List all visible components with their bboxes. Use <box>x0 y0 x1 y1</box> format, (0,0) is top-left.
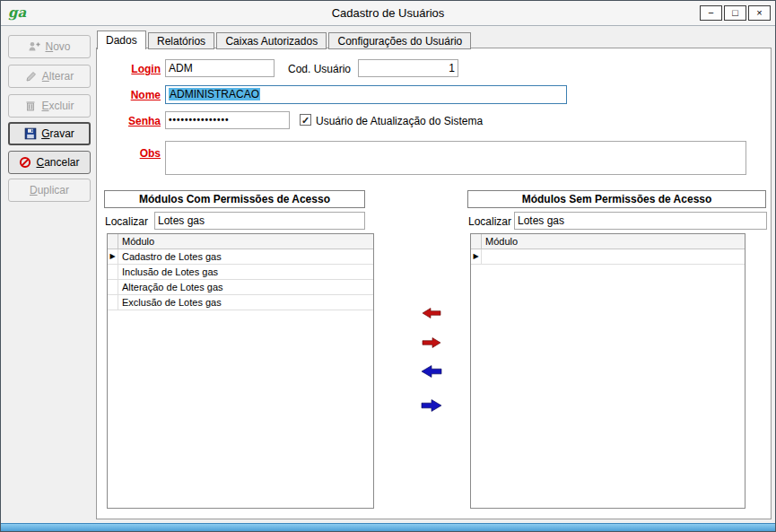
duplicar-button-label: Duplicar <box>30 184 69 196</box>
alterar-button-label: Alterar <box>42 70 74 83</box>
grid-row[interactable]: Inclusão de Lotes gas <box>108 265 373 280</box>
title-bar[interactable]: ga Cadastro de Usuários − □ × <box>1 1 775 26</box>
localizar-right-label: Localizar <box>468 215 511 228</box>
senha-label: Senha <box>97 115 161 127</box>
senha-input[interactable]: ••••••••••••••• <box>165 111 290 129</box>
obs-input[interactable] <box>165 141 746 175</box>
obs-label: Obs <box>97 147 161 160</box>
modules-without-access-grid[interactable]: Módulo ▶ <box>470 233 745 509</box>
localizar-left-input[interactable]: Lotes gas <box>154 212 365 230</box>
modules-with-access-grid[interactable]: Módulo ▶ Cadastro de Lotes gas Inclusão … <box>107 233 374 509</box>
modules-without-access-title: Módulos Sem Permissões de Acesso <box>467 190 766 208</box>
minimize-button[interactable]: − <box>700 5 722 21</box>
grid-indicator-header <box>108 234 118 249</box>
grid-column-modulo: Módulo <box>482 234 745 249</box>
excluir-button[interactable]: Excluir <box>8 94 91 118</box>
row-indicator-empty <box>108 265 118 279</box>
grid-header-right: Módulo <box>471 234 745 249</box>
localizar-right-input[interactable]: Lotes gas <box>514 212 767 230</box>
cancel-icon <box>19 156 31 169</box>
save-icon <box>24 127 37 140</box>
red-right-arrow-icon <box>422 336 441 349</box>
move-selected-left-button[interactable] <box>422 307 441 322</box>
grid-row-selected[interactable]: ▶ <box>471 249 745 265</box>
grid-cell[interactable]: Inclusão de Lotes gas <box>118 265 373 279</box>
checkmark-icon: ✓ <box>301 115 310 126</box>
nome-input-selected-text: ADMINISTRACAO <box>169 88 260 100</box>
grid-cell[interactable]: Cadastro de Lotes gas <box>118 249 373 264</box>
move-all-right-button[interactable] <box>420 398 443 415</box>
novo-button-label: Novo <box>45 40 70 53</box>
nome-label: Nome <box>97 89 161 101</box>
sidebar: Novo Alterar Excluir Gravar Cancelar <box>4 29 96 520</box>
window-title: Cadastro de Usuários <box>1 6 775 20</box>
tab-caixas-autorizados[interactable]: Caixas Autorizados <box>216 32 327 49</box>
row-indicator-empty <box>108 295 118 310</box>
update-user-checkbox[interactable]: ✓ <box>300 114 311 126</box>
window-controls: − □ × <box>700 5 771 21</box>
cancelar-button[interactable]: Cancelar <box>8 151 91 174</box>
row-indicator-icon: ▶ <box>108 249 118 264</box>
grid-column-modulo: Módulo <box>118 234 373 249</box>
modules-with-access-title: Módulos Com Permissões de Acesso <box>104 190 365 208</box>
tab-page-dados: Login ADM Cod. Usuário 1 Nome ADMINISTRA… <box>96 48 772 519</box>
gravar-button-label: Gravar <box>41 127 74 140</box>
red-left-arrow-icon <box>422 307 441 319</box>
row-indicator-icon: ▶ <box>471 249 482 264</box>
move-all-left-button[interactable] <box>420 364 443 381</box>
gravar-button[interactable]: Gravar <box>8 122 91 145</box>
grid-indicator-header <box>471 234 482 249</box>
grid-header-left: Módulo <box>108 234 373 249</box>
tab-dados[interactable]: Dados <box>97 31 146 49</box>
close-button[interactable]: × <box>748 5 771 21</box>
tab-bar: Dados Relatórios Caixas Autorizados Conf… <box>97 31 470 49</box>
update-user-checkbox-label[interactable]: Usuário de Atualização do Sistema <box>316 115 483 127</box>
move-selected-right-button[interactable] <box>422 336 441 352</box>
blue-left-arrow-icon <box>420 364 443 379</box>
app-window: ga Cadastro de Usuários − □ × Novo Alter… <box>0 0 776 532</box>
novo-button[interactable]: Novo <box>8 35 91 58</box>
blue-right-arrow-icon <box>420 398 443 413</box>
cod-usuario-label: Cod. Usuário <box>288 63 351 75</box>
duplicar-button[interactable]: Duplicar <box>8 179 91 202</box>
new-user-icon <box>28 40 40 53</box>
grid-row[interactable]: Exclusão de Lotes gas <box>108 295 373 310</box>
alterar-button[interactable]: Alterar <box>8 65 91 88</box>
grid-cell[interactable] <box>482 249 745 264</box>
nome-input[interactable]: ADMINISTRACAO <box>165 85 567 104</box>
grid-row-selected[interactable]: ▶ Cadastro de Lotes gas <box>108 249 373 265</box>
row-indicator-empty <box>108 280 118 294</box>
login-input[interactable]: ADM <box>165 59 275 77</box>
maximize-button[interactable]: □ <box>724 5 746 21</box>
trash-icon <box>24 100 37 112</box>
window-bottom-border <box>1 523 775 531</box>
grid-cell[interactable]: Exclusão de Lotes gas <box>118 295 373 310</box>
edit-icon <box>25 70 38 83</box>
tab-configuracoes-usuario[interactable]: Configurações do Usuário <box>328 32 471 49</box>
grid-row[interactable]: Alteração de Lotes gas <box>108 280 373 295</box>
excluir-button-label: Excluir <box>41 100 74 112</box>
tab-relatorios[interactable]: Relatórios <box>148 32 214 49</box>
login-label: Login <box>97 63 161 75</box>
cod-usuario-input[interactable]: 1 <box>358 59 458 77</box>
grid-cell[interactable]: Alteração de Lotes gas <box>118 280 373 294</box>
localizar-left-label: Localizar <box>105 215 148 228</box>
cancelar-button-label: Cancelar <box>36 156 79 169</box>
